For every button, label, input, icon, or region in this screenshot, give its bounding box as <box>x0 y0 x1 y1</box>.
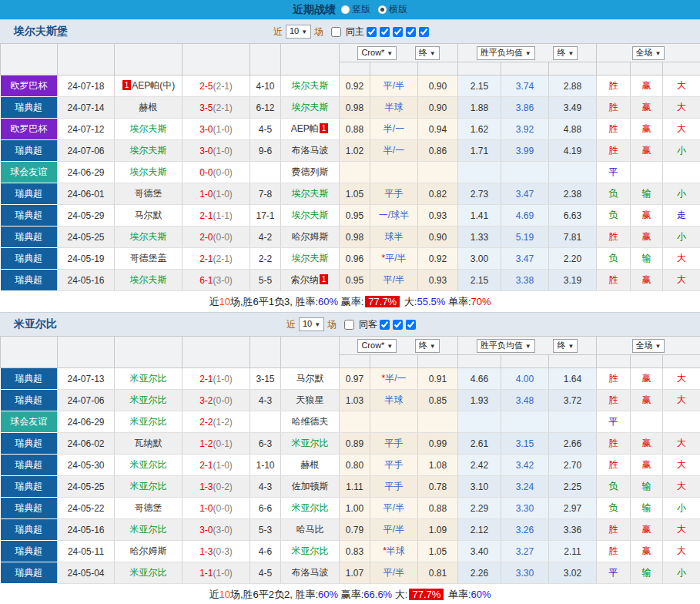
dropdown-select[interactable]: 胜平负均值▼ <box>477 339 535 353</box>
handicap-result-cell: 赢 <box>631 433 663 455</box>
dropdown-select[interactable]: Crow*▼ <box>357 339 397 353</box>
league-filter-球会友谊[interactable] <box>390 27 404 37</box>
score-cell: 3-5(2-1) <box>183 97 250 119</box>
league-filter-球会友谊[interactable] <box>390 320 404 330</box>
result-cell: 胜 <box>597 455 631 476</box>
league-checkbox[interactable] <box>419 27 429 37</box>
away-team-cell: 埃尔夫斯 <box>281 183 340 205</box>
corner-cell: 4-3 <box>250 390 281 411</box>
sub-col-header <box>597 62 631 76</box>
league-filter-瑞典杯[interactable] <box>404 27 417 37</box>
section-header: 埃尔夫斯堡近10▼场同主 <box>0 19 700 43</box>
eu-home-odds: 2.26 <box>458 562 501 584</box>
same-venue-filter[interactable]: 同主 <box>327 25 364 39</box>
filter-near-label: 近 <box>273 25 283 39</box>
team-text: 米亚尔比 <box>130 459 167 470</box>
dropdown-select[interactable]: 终▼ <box>415 46 440 60</box>
radio-label: 竖版 <box>352 3 370 16</box>
summary-segment: 10 <box>219 296 229 307</box>
dropdown-select[interactable]: 终▼ <box>553 339 578 353</box>
ah-line: 平/半 <box>370 562 418 584</box>
same-venue-checkbox[interactable] <box>344 320 354 330</box>
team-text: 米亚尔比 <box>130 524 167 535</box>
dropdown-select[interactable]: 全场▼ <box>632 339 665 353</box>
same-venue-checkbox[interactable] <box>331 27 341 37</box>
league-checkbox[interactable] <box>380 320 390 330</box>
corner-cell: 4-6 <box>250 541 281 562</box>
chevron-down-icon: ▼ <box>568 50 574 57</box>
result-cell: 胜 <box>597 433 631 455</box>
score-cell: 1-2(0-1) <box>183 433 250 455</box>
match-filter: 近10▼场同客 <box>283 317 417 331</box>
league-filter-瑞典超[interactable] <box>377 27 390 37</box>
score-cell: 0-0(0-0) <box>183 162 250 183</box>
eu-home-odds: 2.29 <box>458 498 501 519</box>
sub-col-header <box>370 355 418 368</box>
eu-away-odds: 2.88 <box>549 76 597 97</box>
goals-result-cell: 大 <box>663 541 700 562</box>
result-cell: 负 <box>597 205 631 226</box>
team-name: 埃尔夫斯堡 <box>14 25 68 39</box>
team-text: 埃尔夫斯 <box>130 274 167 285</box>
league-checkbox[interactable] <box>393 27 403 37</box>
ah-line: 球半 <box>370 226 418 248</box>
match-count-select[interactable]: 10▼ <box>286 25 311 39</box>
team-text: 哥德堡 <box>135 502 162 513</box>
home-team-cell: 米亚尔比 <box>115 455 183 476</box>
home-team-cell: 米亚尔比 <box>115 562 183 584</box>
corner-cell: 4-3 <box>250 476 281 498</box>
eu-draw-odds <box>501 411 549 433</box>
dropdown-select[interactable]: 胜平负均值▼ <box>477 46 535 60</box>
eu-draw-odds: 4.69 <box>501 205 549 226</box>
league-checkbox[interactable] <box>367 27 377 37</box>
league-checkbox[interactable] <box>380 27 390 37</box>
goals-result-cell <box>663 411 700 433</box>
ah-home-odds <box>340 162 370 183</box>
date-cell: 24-06-01 <box>58 183 115 205</box>
score-cell: 2-1(2-1) <box>183 248 250 270</box>
goals-result-cell: 大 <box>663 519 700 541</box>
league-checkbox[interactable] <box>406 320 416 330</box>
score-cell: 1-0(1-0) <box>183 183 250 205</box>
layout-radio-selected[interactable]: 横版 <box>378 3 407 16</box>
team-text: 索尔纳 <box>291 274 319 285</box>
dropdown-select[interactable]: 终▼ <box>415 339 440 353</box>
result-cell: 胜 <box>597 97 631 119</box>
radio-icon[interactable] <box>341 5 350 14</box>
league-filter-瑞典超[interactable] <box>377 320 390 330</box>
match-count-select[interactable]: 10▼ <box>299 317 324 331</box>
league-filter-大西洋杯[interactable] <box>417 27 430 37</box>
corner-cell: 4-5 <box>250 119 281 140</box>
league-filter-瑞典杯[interactable] <box>404 320 417 330</box>
handicap-result-cell: 赢 <box>631 205 663 226</box>
eu-draw-odds: 3.27 <box>501 541 549 562</box>
ah-line: 一/球半 <box>370 205 418 226</box>
date-cell: 24-05-16 <box>58 270 115 291</box>
dropdown-select[interactable]: 终▼ <box>553 46 578 60</box>
col-header <box>1 337 58 368</box>
league-filter-欧罗巴杯[interactable] <box>364 27 377 37</box>
ah-home-odds: 0.96 <box>340 248 370 270</box>
league-checkbox[interactable] <box>393 320 403 330</box>
handicap-result-cell: 输 <box>631 562 663 584</box>
date-cell: 24-07-12 <box>58 119 115 140</box>
dropdown-select[interactable]: 全场▼ <box>632 46 665 60</box>
radio-icon[interactable] <box>378 5 387 14</box>
dropdown-select[interactable]: Crow*▼ <box>357 46 397 60</box>
league-cell: 瑞典超 <box>1 390 58 411</box>
result-cell: 胜 <box>597 119 631 140</box>
goals-result-cell: 大 <box>663 97 700 119</box>
layout-radio-option[interactable]: 竖版 <box>341 3 370 16</box>
eu-draw-odds: 3.38 <box>501 270 549 291</box>
corner-cell: 5-5 <box>250 270 281 291</box>
handicap-result-cell: 赢 <box>631 226 663 248</box>
sections-container: 埃尔夫斯堡近10▼场同主Crow*▼终▼胜平负均值▼终▼全场▼欧罗巴杯24-07… <box>0 19 700 604</box>
eu-away-odds: 7.81 <box>549 226 597 248</box>
same-venue-filter[interactable]: 同客 <box>340 318 377 331</box>
handicap-result-cell: 输 <box>631 183 663 205</box>
team-text: 天狼星 <box>296 394 324 405</box>
eu-home-odds: 2.15 <box>458 76 501 97</box>
date-cell: 24-05-25 <box>58 476 115 498</box>
league-checkbox[interactable] <box>406 27 416 37</box>
red-card-badge: 1 <box>320 123 329 133</box>
